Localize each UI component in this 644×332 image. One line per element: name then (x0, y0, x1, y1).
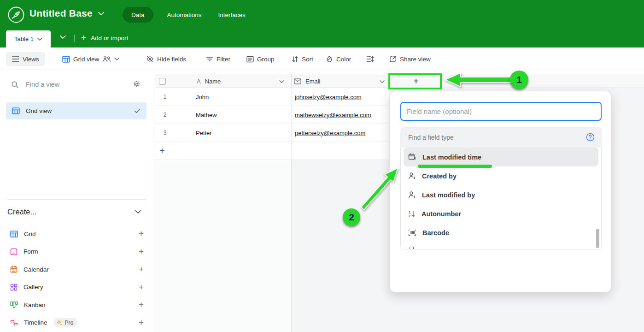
plus-icon[interactable]: + (139, 264, 144, 274)
grid-view-label: Grid view (73, 56, 99, 63)
group-button[interactable]: Group (246, 52, 275, 66)
find-view-input[interactable] (25, 80, 127, 89)
share-view-button[interactable]: Share view (389, 52, 431, 66)
name-cell[interactable]: John (196, 88, 209, 106)
tab-automations-label: Automations (167, 12, 202, 18)
column-divider (389, 88, 389, 106)
column-divider (389, 142, 389, 160)
chevron-down-icon[interactable] (279, 80, 284, 83)
table-list-chevron[interactable] (60, 35, 66, 39)
create-grid-item[interactable]: Grid + (6, 225, 148, 243)
sort-button[interactable]: Sort (292, 52, 313, 66)
row-height-button[interactable] (366, 52, 374, 66)
chevron-down-icon[interactable] (37, 37, 42, 41)
plus-icon[interactable]: + (139, 300, 144, 310)
filter-label: Filter (217, 56, 230, 63)
create-item-label: Grid (24, 231, 36, 237)
create-kanban-item[interactable]: Kanban + (6, 296, 148, 314)
select-all-checkbox[interactable] (159, 78, 166, 85)
column-divider (291, 88, 292, 106)
calendar-bolt-icon (408, 153, 416, 161)
create-item-label: Calendar (23, 266, 49, 273)
plus-icon: + (81, 34, 86, 42)
email-cell-link[interactable]: mathewselzy@example.com (295, 106, 371, 124)
grid-view-icon (10, 231, 18, 237)
airtable-rocket-logo[interactable] (7, 6, 25, 24)
grid-empty-area (155, 160, 291, 332)
email-field-icon (294, 78, 301, 84)
field-type-label: Last modified time (422, 154, 481, 161)
plus-icon: + (159, 146, 165, 156)
plus-icon[interactable]: + (139, 247, 144, 257)
filter-button[interactable]: Filter (206, 52, 230, 66)
plus-icon[interactable]: + (139, 229, 144, 239)
chevron-down-icon (135, 210, 141, 214)
autonumber-icon: 12 (408, 210, 416, 218)
field-name-input[interactable] (400, 102, 602, 121)
create-form-item[interactable]: Form + (6, 243, 148, 261)
column-divider (389, 106, 389, 124)
name-cell[interactable]: Mathew (196, 106, 217, 124)
create-gallery-item[interactable]: Gallery + (6, 279, 148, 296)
field-type-search[interactable] (400, 127, 602, 148)
view-toolbar: Views Grid view Hide fields Filter Group… (0, 47, 644, 70)
field-type-autonumber[interactable]: 12 Autonumber (401, 204, 601, 223)
find-view-search[interactable] (11, 80, 141, 89)
help-icon[interactable] (586, 133, 595, 142)
hide-fields-button[interactable]: Hide fields (146, 52, 186, 66)
column-header-name[interactable]: A Name (197, 74, 221, 88)
tab-data[interactable]: Data (123, 7, 153, 23)
field-type-search-input[interactable] (407, 133, 586, 142)
column-header-email[interactable]: Email (294, 74, 321, 88)
gear-icon[interactable] (133, 80, 141, 89)
create-section-header[interactable]: Create... (7, 208, 141, 216)
create-calendar-item[interactable]: Calendar + (6, 261, 148, 279)
chevron-down-icon[interactable] (380, 80, 385, 83)
sidebar-view-grid-view[interactable]: Grid view (6, 102, 146, 119)
person-bolt-icon (408, 191, 416, 199)
base-title[interactable]: Untitled Base (29, 8, 104, 19)
table-tab-label: Table 1 (14, 36, 34, 42)
annotation-step-2-badge: 2 (343, 208, 360, 226)
add-row[interactable]: + (155, 142, 389, 160)
color-button[interactable]: Color (326, 52, 351, 66)
menu-icon (12, 56, 19, 62)
table-row[interactable]: 2 Mathew mathewselzy@example.com (155, 106, 389, 124)
grid-rows: 1 John johnselzy@example.com 2 Mathew ma… (155, 88, 389, 160)
email-cell-link[interactable]: petterselzy@example.com (295, 124, 365, 142)
create-item-label: Form (23, 248, 38, 255)
field-type-created-by[interactable]: Created by (401, 166, 601, 185)
share-icon (389, 55, 397, 63)
field-type-label: Created by (422, 172, 457, 180)
hide-fields-label: Hide fields (157, 56, 186, 63)
create-field-dropdown: Last modified time Created by Last modif… (390, 91, 611, 292)
divider (51, 54, 51, 64)
header-nav: Data Automations Interfaces (123, 7, 248, 23)
name-cell[interactable]: Petter (196, 124, 212, 142)
table-tab-table1[interactable]: Table 1 (6, 30, 51, 47)
email-cell-link[interactable]: johnselzy@example.com (295, 88, 362, 106)
field-type-last-modified-by[interactable]: Last modified by (401, 185, 601, 204)
field-type-last-modified-time[interactable]: Last modified time (404, 148, 598, 166)
create-view-list: Grid + Form + Calendar + Gallery + Kanba… (6, 225, 148, 332)
annotation-highlight-add-field (388, 73, 442, 89)
view-label: Grid view (26, 107, 52, 114)
tab-automations[interactable]: Automations (164, 12, 205, 18)
field-type-label: Last modified by (422, 191, 475, 199)
column-name-label: Name (205, 78, 221, 85)
tab-interfaces[interactable]: Interfaces (216, 12, 248, 18)
table-row[interactable]: 3 Petter petterselzy@example.com (155, 124, 389, 142)
check-icon (134, 108, 141, 113)
create-timeline-item[interactable]: Timeline Pro + (6, 314, 148, 332)
grid-view-selector[interactable]: Grid view (62, 52, 119, 66)
tab-data-label: Data (131, 12, 145, 18)
views-button[interactable]: Views (6, 52, 45, 66)
scrollbar-thumb[interactable] (596, 229, 599, 248)
timeline-view-icon (10, 319, 18, 326)
step-number: 2 (349, 212, 354, 223)
field-type-barcode[interactable]: Barcode (401, 223, 601, 242)
plus-icon[interactable]: + (139, 318, 144, 328)
plus-icon[interactable]: + (139, 282, 144, 292)
add-or-import-button[interactable]: + Add or import (81, 34, 128, 42)
table-row[interactable]: 1 John johnselzy@example.com (155, 88, 389, 106)
